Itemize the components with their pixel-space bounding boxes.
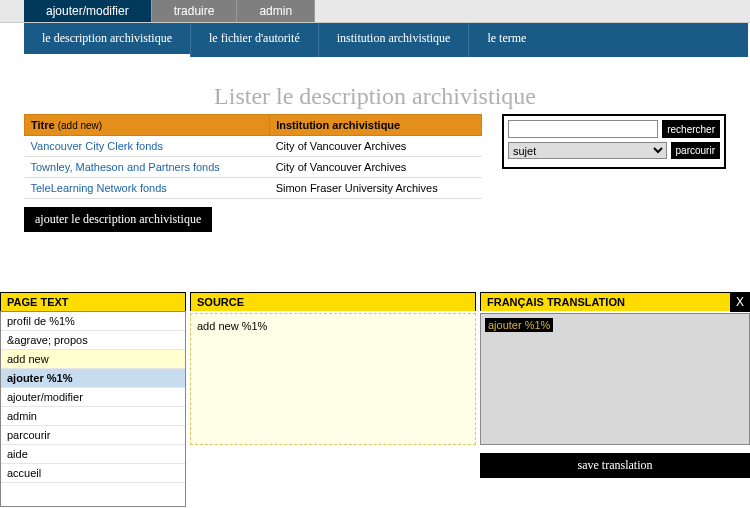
- listing: Titre (add new) Institution archivistiqu…: [24, 114, 482, 232]
- pagetext-list[interactable]: profil de %1%&agrave; proposadd newajout…: [0, 311, 186, 507]
- stab-description[interactable]: le description archivistique: [24, 23, 190, 57]
- th-title-text: Titre: [31, 119, 55, 131]
- row-title-link[interactable]: Vancouver City Clerk fonds: [31, 140, 163, 152]
- th-institution: Institution archivistique: [270, 115, 482, 136]
- stab-term[interactable]: le terme: [468, 23, 544, 57]
- row-institution: City of Vancouver Archives: [270, 136, 482, 157]
- source-box: add new %1%: [190, 313, 476, 445]
- second-nav: le description archivistique le fichier …: [24, 23, 748, 57]
- search-box: rechercher sujet parcourir: [502, 114, 726, 169]
- list-item[interactable]: add new: [1, 350, 185, 369]
- list-item[interactable]: admin: [1, 407, 185, 426]
- colhead-translation: FRANÇAIS TRANSLATION: [480, 292, 750, 311]
- table-row: Vancouver City Clerk fondsCity of Vancou…: [25, 136, 482, 157]
- translation-text: ajouter %1%: [485, 318, 553, 332]
- row-title-link[interactable]: TeleLearning Network fonds: [31, 182, 167, 194]
- list-item[interactable]: accueil: [1, 464, 185, 483]
- row-title-link[interactable]: Townley, Matheson and Partners fonds: [31, 161, 220, 173]
- row-institution: City of Vancouver Archives: [270, 157, 482, 178]
- list-item[interactable]: ajouter %1%: [1, 369, 185, 388]
- list-item[interactable]: parcourir: [1, 426, 185, 445]
- colhead-pagetext: PAGE TEXT: [0, 292, 186, 311]
- stab-institution[interactable]: institution archivistique: [318, 23, 469, 57]
- search-input[interactable]: [508, 120, 658, 138]
- stab-authority[interactable]: le fichier d'autorité: [190, 23, 318, 57]
- browse-button[interactable]: parcourir: [671, 142, 720, 159]
- search-button[interactable]: rechercher: [662, 120, 720, 138]
- page-heading: Lister le description archivistique: [24, 83, 726, 110]
- results-table: Titre (add new) Institution archivistiqu…: [24, 114, 482, 199]
- list-item[interactable]: ajouter/modifier: [1, 388, 185, 407]
- table-row: Townley, Matheson and Partners fondsCity…: [25, 157, 482, 178]
- save-translation-button[interactable]: save translation: [480, 453, 750, 478]
- toptab-add-modify[interactable]: ajouter/modifier: [24, 0, 152, 22]
- list-item[interactable]: aide: [1, 445, 185, 464]
- translation-box[interactable]: ajouter %1%: [480, 313, 750, 445]
- add-description-button[interactable]: ajouter le description archivistique: [24, 207, 212, 232]
- translation-panel: X PAGE TEXT profil de %1%&agrave; propos…: [0, 292, 750, 507]
- toptab-admin[interactable]: admin: [237, 0, 315, 22]
- toptab-translate[interactable]: traduire: [152, 0, 238, 22]
- close-icon[interactable]: X: [730, 292, 750, 312]
- list-item[interactable]: profil de %1%: [1, 312, 185, 331]
- browse-select[interactable]: sujet: [508, 142, 667, 159]
- list-item[interactable]: &agrave; propos: [1, 331, 185, 350]
- th-title: Titre (add new): [25, 115, 270, 136]
- colhead-source: SOURCE: [190, 292, 476, 311]
- th-addnew[interactable]: (add new): [58, 120, 102, 131]
- top-nav: ajouter/modifier traduire admin: [0, 0, 750, 23]
- table-row: TeleLearning Network fondsSimon Fraser U…: [25, 178, 482, 199]
- row-institution: Simon Fraser University Archives: [270, 178, 482, 199]
